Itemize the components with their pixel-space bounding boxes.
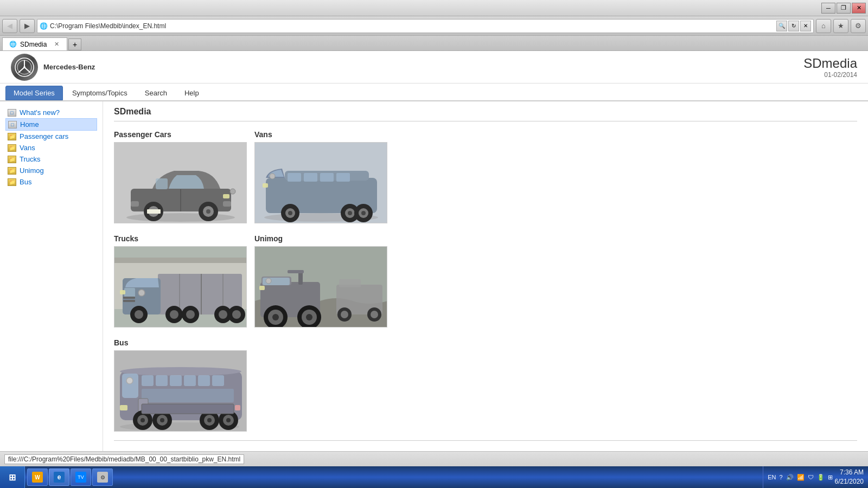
taskbar-app-3-icon: TV xyxy=(75,472,86,483)
bus-folder-icon: 📁 xyxy=(8,178,16,186)
sidebar-item-vans[interactable]: 📁 Vans xyxy=(5,142,97,153)
svg-rect-63 xyxy=(123,300,135,302)
sidebar-item-passenger-cars[interactable]: 📁 Passenger cars xyxy=(5,131,97,142)
header-right: SDmedia 01-02/2014 xyxy=(803,56,857,79)
clock-time: 7:36 AM xyxy=(835,468,864,477)
svg-point-78 xyxy=(272,314,279,320)
clock-date: 6/21/2020 xyxy=(835,477,864,486)
tab-help[interactable]: Help xyxy=(176,86,207,100)
tray-network-icon[interactable]: 📶 xyxy=(797,474,805,481)
bus-title: Bus xyxy=(114,338,247,347)
svg-line-3 xyxy=(18,67,24,73)
svg-rect-82 xyxy=(259,286,265,290)
status-url: file:///C:/Program%20Files/Medbib/mediad… xyxy=(4,454,244,464)
tab-search[interactable]: Search xyxy=(137,86,175,100)
vehicle-card-trucks[interactable]: Trucks xyxy=(114,234,247,328)
unimog-image xyxy=(254,246,387,328)
refresh-button[interactable]: ↻ xyxy=(788,21,799,31)
tab-symptoms-topics[interactable]: Symptoms/Topics xyxy=(64,86,136,100)
home-button[interactable]: ⌂ xyxy=(816,19,831,33)
svg-rect-20 xyxy=(131,201,139,207)
taskbar: ⊞ W e TV xyxy=(0,466,868,488)
taskbar-right: EN ? 🔊 📶 🛡 🔋 ⊞ 7:36 AM 6/21/2020 xyxy=(763,466,868,488)
sidebar-item-home[interactable]: □ Home xyxy=(5,118,97,131)
tray-volume-icon[interactable]: 🔊 xyxy=(786,474,794,481)
svg-rect-95 xyxy=(142,389,234,402)
start-button[interactable]: ⊞ xyxy=(0,466,25,488)
svg-point-40 xyxy=(270,174,275,179)
browser-tab-sdmedia[interactable]: 🌐 SDmedia ✕ xyxy=(2,37,67,50)
bottom-divider xyxy=(114,440,857,441)
svg-point-99 xyxy=(141,418,145,422)
tray-connection-icon: ⊞ xyxy=(828,474,833,481)
svg-rect-110 xyxy=(235,405,240,410)
back-button[interactable]: ◀ xyxy=(2,19,17,33)
vehicle-card-unimog[interactable]: Unimog xyxy=(254,234,387,328)
taskbar-app-3[interactable]: TV xyxy=(71,468,91,486)
svg-point-35 xyxy=(348,211,352,215)
forward-button[interactable]: ▶ xyxy=(20,19,35,33)
svg-point-83 xyxy=(266,278,271,284)
svg-rect-93 xyxy=(198,375,210,386)
sidebar-item-whats-new[interactable]: □ What's new? xyxy=(5,107,97,118)
svg-rect-29 xyxy=(336,173,350,182)
close-button[interactable]: ✕ xyxy=(852,3,866,14)
address-input[interactable] xyxy=(50,22,774,30)
svg-rect-60 xyxy=(120,290,125,294)
vehicle-card-bus[interactable]: Bus xyxy=(114,338,247,432)
tab-bar: 🌐 SDmedia ✕ + xyxy=(0,36,868,51)
taskbar-app-2-icon: e xyxy=(54,472,65,483)
home-icon: □ xyxy=(8,121,17,129)
minimize-button[interactable]: ─ xyxy=(821,3,835,14)
vehicle-card-passenger-cars[interactable]: Passenger Cars xyxy=(114,130,247,223)
sidebar-item-bus[interactable]: 📁 Bus xyxy=(5,176,97,188)
stop-button[interactable]: ✕ xyxy=(800,21,811,31)
sidebar-label-trucks: Trucks xyxy=(20,155,41,163)
search-address-button[interactable]: 🔍 xyxy=(776,21,787,31)
taskbar-app-1-icon: W xyxy=(32,472,43,483)
svg-rect-90 xyxy=(156,375,168,386)
tab-close-button[interactable]: ✕ xyxy=(53,41,60,48)
tray-lang: EN xyxy=(768,474,776,480)
svg-rect-17 xyxy=(147,209,161,214)
svg-rect-109 xyxy=(120,405,127,410)
passenger-cars-title: Passenger Cars xyxy=(114,130,247,139)
tools-button[interactable]: ⚙ xyxy=(851,19,866,33)
mb-logo xyxy=(11,54,38,81)
titlebar: ─ ❐ ✕ xyxy=(0,0,868,16)
svg-rect-43 xyxy=(114,258,247,263)
clock: 7:36 AM 6/21/2020 xyxy=(835,468,864,486)
tab-model-series[interactable]: Model Series xyxy=(5,86,63,100)
sidebar-label-passenger-cars: Passenger cars xyxy=(20,132,68,140)
windows-logo-icon: ⊞ xyxy=(9,472,16,483)
sidebar: □ What's new? □ Home 📁 Passenger cars 📁 … xyxy=(0,101,103,451)
svg-point-21 xyxy=(230,189,235,194)
svg-point-7 xyxy=(126,213,235,222)
sidebar-label-vans: Vans xyxy=(20,144,35,152)
system-tray: EN ? 🔊 📶 🛡 🔋 ⊞ xyxy=(768,474,832,481)
svg-rect-92 xyxy=(184,375,196,386)
svg-point-59 xyxy=(232,310,241,319)
sidebar-item-trucks[interactable]: 📁 Trucks xyxy=(5,153,97,165)
svg-rect-62 xyxy=(123,297,135,299)
browser-tab-label: SDmedia xyxy=(20,41,47,48)
sidebar-item-unimog[interactable]: 📁 Unimog xyxy=(5,165,97,176)
taskbar-app-4[interactable]: ⚙ xyxy=(92,468,113,486)
svg-point-68 xyxy=(341,311,348,318)
favorites-button[interactable]: ★ xyxy=(833,19,848,33)
restore-button[interactable]: ❐ xyxy=(837,3,851,14)
svg-rect-94 xyxy=(212,375,224,386)
taskbar-app-1[interactable]: W xyxy=(27,468,48,486)
sdmedia-title: SDmedia xyxy=(803,56,857,71)
taskbar-app-2[interactable]: e xyxy=(49,468,69,486)
svg-rect-75 xyxy=(288,270,304,273)
svg-rect-28 xyxy=(320,173,334,182)
svg-rect-112 xyxy=(142,404,234,414)
new-tab-button[interactable]: + xyxy=(68,38,81,50)
vehicle-card-vans[interactable]: Vans xyxy=(254,130,387,223)
main-page-title: SDmedia xyxy=(114,107,857,117)
svg-point-87 xyxy=(120,367,241,376)
svg-point-32 xyxy=(288,211,292,215)
svg-rect-89 xyxy=(142,375,154,386)
page-tabs: Model Series Symptoms/Topics Search Help xyxy=(0,84,868,101)
